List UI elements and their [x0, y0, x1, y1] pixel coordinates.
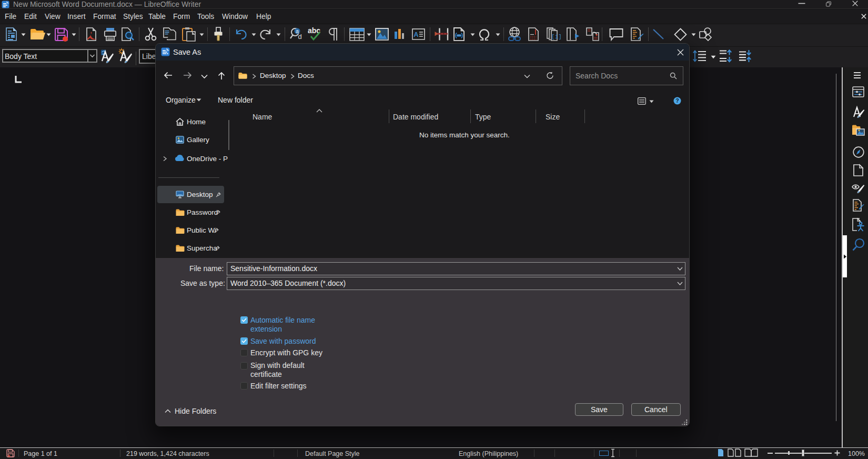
svg-text:A: A — [413, 31, 419, 38]
svg-text:d: d — [298, 33, 301, 41]
svg-text:?: ? — [675, 97, 679, 104]
svg-text:[i]: [i] — [551, 34, 562, 40]
